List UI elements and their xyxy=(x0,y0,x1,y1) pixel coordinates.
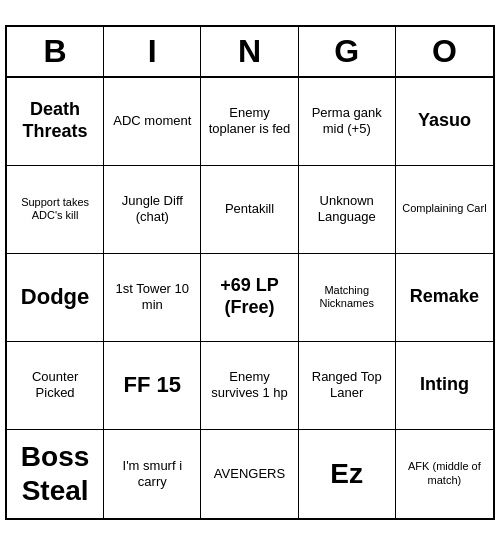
bingo-cell[interactable]: 1st Tower 10 min xyxy=(104,254,201,342)
bingo-cell[interactable]: FF 15 xyxy=(104,342,201,430)
letter-o: O xyxy=(396,27,493,76)
bingo-cell[interactable]: I'm smurf i carry xyxy=(104,430,201,518)
bingo-cell[interactable]: Support takes ADC's kill xyxy=(7,166,104,254)
bingo-cell[interactable]: Death Threats xyxy=(7,78,104,166)
bingo-cell[interactable]: Jungle Diff (chat) xyxy=(104,166,201,254)
bingo-cell[interactable]: Complaining Carl xyxy=(396,166,493,254)
bingo-cell[interactable]: Boss Steal xyxy=(7,430,104,518)
bingo-cell[interactable]: Yasuo xyxy=(396,78,493,166)
bingo-cell[interactable]: Pentakill xyxy=(201,166,298,254)
letter-i: I xyxy=(104,27,201,76)
bingo-cell[interactable]: Counter Picked xyxy=(7,342,104,430)
letter-b: B xyxy=(7,27,104,76)
bingo-header: B I N G O xyxy=(7,27,493,78)
letter-g: G xyxy=(299,27,396,76)
bingo-card: B I N G O Death ThreatsADC momentEnemy t… xyxy=(5,25,495,520)
bingo-cell[interactable]: AVENGERS xyxy=(201,430,298,518)
bingo-cell[interactable]: Dodge xyxy=(7,254,104,342)
bingo-cell[interactable]: Ranged Top Laner xyxy=(299,342,396,430)
bingo-cell[interactable]: AFK (middle of match) xyxy=(396,430,493,518)
bingo-cell[interactable]: +69 LP (Free) xyxy=(201,254,298,342)
bingo-cell[interactable]: Remake xyxy=(396,254,493,342)
bingo-cell[interactable]: Inting xyxy=(396,342,493,430)
bingo-cell[interactable]: Enemy survives 1 hp xyxy=(201,342,298,430)
bingo-cell[interactable]: Matching Nicknames xyxy=(299,254,396,342)
bingo-cell[interactable]: Unknown Language xyxy=(299,166,396,254)
bingo-cell[interactable]: Perma gank mid (+5) xyxy=(299,78,396,166)
bingo-cell[interactable]: Enemy toplaner is fed xyxy=(201,78,298,166)
bingo-grid: Death ThreatsADC momentEnemy toplaner is… xyxy=(7,78,493,518)
bingo-cell[interactable]: ADC moment xyxy=(104,78,201,166)
letter-n: N xyxy=(201,27,298,76)
bingo-cell[interactable]: Ez xyxy=(299,430,396,518)
